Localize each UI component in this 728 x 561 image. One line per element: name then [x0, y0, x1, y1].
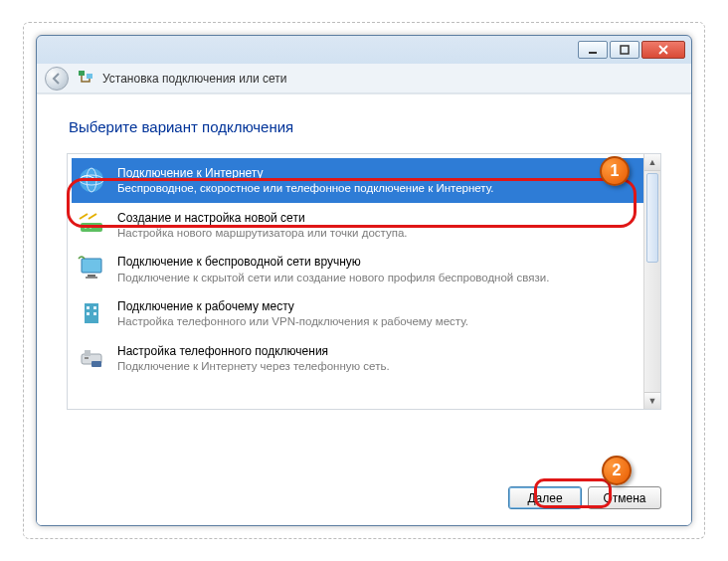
svg-rect-1 — [621, 46, 629, 54]
close-button[interactable] — [641, 41, 685, 59]
back-button[interactable] — [45, 67, 69, 91]
svg-rect-11 — [88, 275, 95, 277]
router-icon — [76, 209, 107, 241]
cancel-button-label: Отмена — [603, 491, 645, 505]
cancel-button[interactable]: Отмена — [588, 486, 661, 509]
svg-point-8 — [85, 225, 88, 228]
next-button-label: Далее — [527, 491, 562, 505]
titlebar — [37, 36, 691, 64]
connection-option[interactable]: Подключение к беспроводной сети вручнуюП… — [72, 247, 643, 291]
next-button[interactable]: Далее — [508, 486, 582, 509]
option-desc: Настройка нового маршрутизатора или точк… — [117, 226, 408, 242]
annotation-frame: Установка подключения или сети Выберите … — [23, 22, 705, 539]
svg-rect-2 — [79, 71, 85, 76]
maximize-icon — [620, 45, 630, 55]
svg-rect-19 — [85, 350, 91, 356]
options-list: Подключение к ИнтернетуБеспроводное, ско… — [68, 154, 643, 409]
option-desc: Настройка телефонного или VPN-подключени… — [117, 314, 468, 330]
minimize-icon — [588, 45, 598, 55]
app-icon — [77, 70, 94, 88]
svg-rect-16 — [87, 312, 90, 315]
globe-icon — [76, 164, 107, 196]
building-icon — [76, 297, 107, 329]
window-title: Установка подключения или сети — [102, 72, 286, 86]
svg-point-9 — [90, 225, 92, 228]
svg-rect-10 — [82, 259, 101, 273]
scroll-track[interactable] — [644, 171, 660, 392]
option-desc: Подключение к Интернету через телефонную… — [117, 359, 390, 375]
minimize-button[interactable] — [578, 41, 608, 59]
scrollbar[interactable]: ▲ ▼ — [643, 154, 660, 409]
page-heading: Выберите вариант подключения — [69, 118, 659, 135]
option-label: Создание и настройка новой сети — [117, 210, 408, 226]
scroll-thumb[interactable] — [646, 173, 658, 263]
monitor-icon — [76, 253, 107, 284]
dialup-icon — [76, 342, 107, 374]
option-desc: Беспроводное, скоростное или телефонное … — [117, 181, 494, 197]
svg-rect-3 — [87, 74, 92, 79]
connection-option[interactable]: Подключение к рабочему местуНастройка те… — [72, 291, 643, 336]
connection-option[interactable]: Подключение к ИнтернетуБеспроводное, ско… — [72, 158, 643, 203]
svg-rect-17 — [93, 312, 96, 315]
svg-rect-0 — [589, 52, 597, 54]
svg-rect-14 — [87, 306, 90, 309]
svg-rect-15 — [93, 306, 96, 309]
svg-rect-12 — [86, 277, 97, 279]
wizard-window: Установка подключения или сети Выберите … — [36, 35, 692, 526]
maximize-button[interactable] — [610, 41, 639, 59]
back-arrow-icon — [51, 73, 63, 85]
option-label: Настройка телефонного подключения — [117, 343, 390, 359]
close-icon — [658, 45, 668, 55]
option-desc: Подключение к скрытой сети или создание … — [117, 271, 549, 286]
scroll-up-arrow-icon[interactable]: ▲ — [644, 154, 660, 171]
option-label: Подключение к рабочему месту — [117, 298, 468, 314]
option-label: Подключение к Интернету — [117, 165, 494, 181]
options-panel: Подключение к ИнтернетуБеспроводное, ско… — [67, 153, 661, 410]
connection-option[interactable]: Создание и настройка новой сетиНастройка… — [72, 203, 643, 248]
option-label: Подключение к беспроводной сети вручную — [117, 254, 549, 270]
svg-rect-20 — [91, 361, 101, 367]
scroll-down-arrow-icon[interactable]: ▼ — [644, 392, 660, 409]
header-bar: Установка подключения или сети — [37, 64, 691, 94]
button-bar: Далее Отмена — [67, 470, 661, 509]
connection-option[interactable]: Настройка телефонного подключенияПодключ… — [72, 336, 643, 381]
client-area: Выберите вариант подключения Подключение… — [37, 94, 691, 525]
svg-rect-21 — [85, 357, 89, 359]
